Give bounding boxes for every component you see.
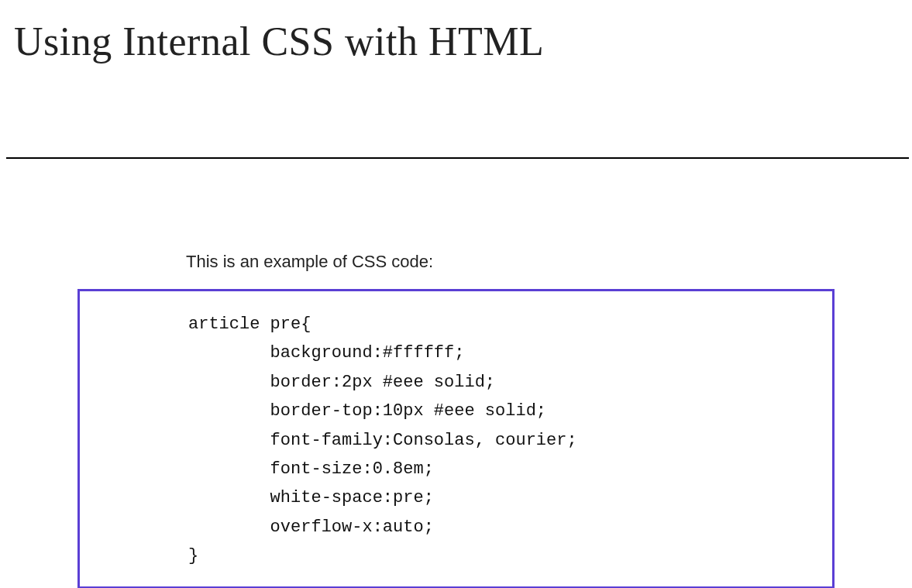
code-block: article pre{ background:#ffffff; border:…	[77, 289, 835, 588]
content-area: This is an example of CSS code: article …	[0, 159, 912, 588]
page-title: Using Internal CSS with HTML	[0, 0, 912, 64]
intro-text: This is an example of CSS code:	[186, 252, 835, 272]
